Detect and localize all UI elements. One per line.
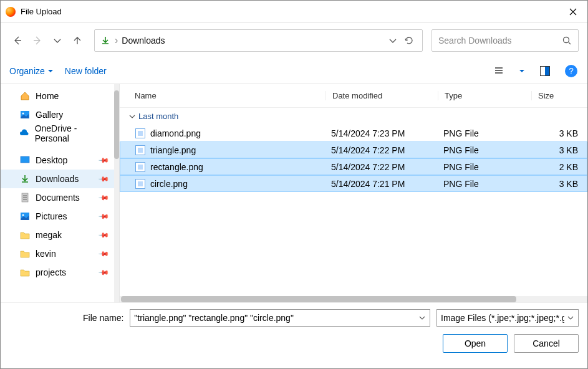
- file-type: PNG File: [437, 128, 531, 138]
- pin-icon: 📌: [97, 154, 109, 166]
- search-input[interactable]: Search Downloads: [431, 29, 579, 52]
- file-pane: Name Date modified Type Size Last month …: [119, 84, 587, 302]
- file-size: 3 KB: [531, 179, 587, 189]
- preview-pane-icon: [540, 66, 550, 76]
- preview-pane-button[interactable]: [537, 64, 552, 79]
- window-titlebar: File Upload: [1, 1, 587, 23]
- svg-point-0: [564, 37, 569, 43]
- sidebar-item-label: projects: [36, 267, 66, 277]
- pin-icon: 📌: [97, 266, 109, 278]
- file-name: diamond.png: [150, 128, 201, 138]
- sidebar-scrollbar[interactable]: [114, 84, 119, 302]
- pin-icon: 📌: [97, 173, 109, 184]
- sidebar-item-home[interactable]: Home: [1, 87, 114, 105]
- toolbar: Organize New folder ?: [1, 58, 587, 84]
- list-view-icon: [494, 66, 504, 76]
- refresh-icon: [404, 36, 414, 46]
- file-name: rectangle.png: [150, 162, 203, 172]
- folder-icon: [19, 229, 31, 241]
- chevron-down-icon: [567, 314, 574, 322]
- help-icon: ?: [565, 65, 577, 77]
- breadcrumb[interactable]: Downloads: [122, 36, 165, 46]
- file-date: 5/14/2024 7:23 PM: [325, 128, 437, 138]
- view-menu[interactable]: [491, 64, 506, 79]
- file-size: 2 KB: [531, 162, 587, 172]
- horizontal-scrollbar[interactable]: [120, 296, 587, 302]
- pin-icon: 📌: [97, 229, 109, 241]
- arrow-right-icon: [32, 36, 42, 46]
- help-button[interactable]: ?: [564, 64, 579, 79]
- column-name[interactable]: Name: [135, 91, 325, 100]
- firefox-icon: [6, 7, 16, 17]
- sidebar-item-projects[interactable]: projects 📌: [1, 263, 114, 282]
- address-bar[interactable]: › Downloads: [94, 29, 423, 52]
- search-placeholder: Search Downloads: [438, 36, 512, 46]
- file-date: 5/14/2024 7:22 PM: [325, 145, 437, 155]
- file-row[interactable]: rectangle.png 5/14/2024 7:22 PM PNG File…: [120, 158, 587, 175]
- search-icon: [562, 36, 572, 46]
- file-date: 5/14/2024 7:21 PM: [325, 179, 437, 189]
- sidebar-item-downloads[interactable]: Downloads 📌: [1, 170, 114, 188]
- sidebar-item-kevin[interactable]: kevin 📌: [1, 244, 114, 263]
- sidebar-item-label: megak: [36, 230, 62, 240]
- arrow-up-icon: [72, 36, 82, 46]
- chevron-down-icon: [388, 36, 398, 46]
- refresh-button[interactable]: [401, 32, 417, 49]
- column-headers: Name Date modified Type Size: [120, 84, 587, 108]
- view-dropdown[interactable]: [518, 64, 526, 79]
- column-date[interactable]: Date modified: [325, 91, 438, 100]
- new-folder-button[interactable]: New folder: [65, 66, 107, 76]
- sidebar-item-label: Downloads: [36, 174, 79, 184]
- sidebar-item-documents[interactable]: Documents 📌: [1, 188, 114, 207]
- sidebar-item-desktop[interactable]: Desktop 📌: [1, 151, 114, 170]
- file-type: PNG File: [437, 179, 531, 189]
- up-button[interactable]: [69, 32, 85, 49]
- svg-point-2: [22, 113, 24, 115]
- sidebar-item-onedrive-personal[interactable]: OneDrive - Personal: [1, 124, 114, 143]
- chevron-down-icon: [128, 113, 136, 120]
- gallery-icon: [19, 211, 31, 222]
- sidebar-item-gallery[interactable]: Gallery: [1, 105, 114, 124]
- folder-icon: [19, 248, 31, 259]
- path-dropdown[interactable]: [385, 32, 401, 49]
- filename-input[interactable]: "triangle.png" "rectangle.png" "circle.p…: [130, 309, 430, 327]
- svg-point-7: [22, 214, 24, 216]
- open-button[interactable]: Open: [443, 334, 508, 353]
- sidebar-item-megak[interactable]: megak 📌: [1, 226, 114, 244]
- close-button[interactable]: [559, 1, 587, 22]
- file-type: PNG File: [437, 145, 531, 155]
- organize-menu[interactable]: Organize: [9, 66, 54, 76]
- image-file-icon: [135, 179, 145, 189]
- sidebar-item-label: Gallery: [36, 110, 63, 120]
- column-type[interactable]: Type: [438, 91, 531, 100]
- close-icon: [568, 7, 578, 17]
- file-name: circle.png: [150, 179, 188, 189]
- column-size[interactable]: Size: [531, 91, 587, 100]
- back-button[interactable]: [9, 32, 26, 49]
- breadcrumb-chevron-icon: ›: [111, 35, 122, 46]
- file-size: 3 KB: [531, 145, 587, 155]
- file-row[interactable]: triangle.png 5/14/2024 7:22 PM PNG File …: [120, 141, 587, 158]
- file-type-filter[interactable]: Image Files (*.jpe;*.jpg;*.jpeg;*.gif;*.…: [436, 309, 579, 327]
- image-file-icon: [135, 162, 145, 172]
- window-title: File Upload: [21, 7, 559, 16]
- chevron-down-icon: [418, 314, 426, 322]
- file-name: triangle.png: [150, 145, 196, 155]
- group-header[interactable]: Last month: [120, 108, 587, 125]
- history-dropdown[interactable]: [49, 32, 65, 49]
- file-date: 5/14/2024 7:22 PM: [325, 162, 437, 172]
- file-type: PNG File: [437, 162, 531, 172]
- cancel-button[interactable]: Cancel: [514, 334, 579, 353]
- pin-icon: 📌: [97, 247, 109, 259]
- forward-button[interactable]: [29, 32, 46, 49]
- sidebar: Home Gallery OneDrive - Personal Desktop…: [1, 84, 119, 302]
- dialog-footer: File name: "triangle.png" "rectangle.png…: [1, 302, 587, 368]
- image-file-icon: [135, 128, 145, 138]
- sidebar-item-pictures[interactable]: Pictures 📌: [1, 207, 114, 226]
- folder-icon: [19, 267, 31, 278]
- file-row[interactable]: diamond.png 5/14/2024 7:23 PM PNG File 3…: [120, 125, 587, 141]
- file-row[interactable]: circle.png 5/14/2024 7:21 PM PNG File 3 …: [120, 175, 587, 192]
- sidebar-item-label: Desktop: [36, 155, 67, 165]
- sidebar-item-label: OneDrive - Personal: [35, 123, 108, 143]
- gallery-icon: [19, 109, 31, 120]
